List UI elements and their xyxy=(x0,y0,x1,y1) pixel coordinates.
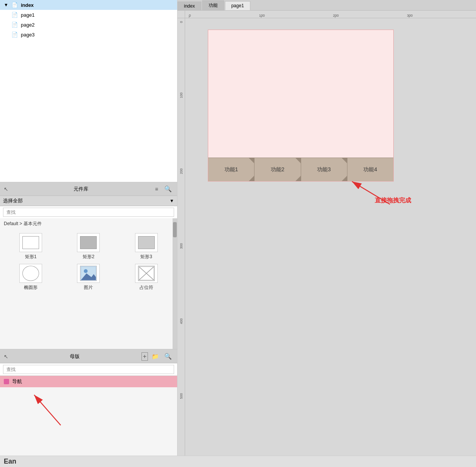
page-tab-4-label: 功能4 xyxy=(363,166,377,173)
component-library: ↖ 元件库 ≡ 🔍 选择全部 ▼ Default > 基本元件 xyxy=(0,182,177,349)
ruler-tick-200: 200 xyxy=(333,14,339,17)
scrollbar-track[interactable] xyxy=(173,218,177,349)
tab1-tri-bottom xyxy=(249,176,254,181)
page-tab-3-label: 功能3 xyxy=(317,166,331,173)
image-label: 图片 xyxy=(84,284,93,291)
canvas-with-ruler: 0 100 200 300 400 500 xyxy=(178,18,476,456)
component-grid: 矩形1 矩形2 xyxy=(0,229,177,295)
ruler-corner xyxy=(178,11,185,18)
page-tab-2-label: 功能2 xyxy=(271,166,284,173)
canvas-scroll[interactable]: 功能1 功能2 功能3 xyxy=(185,18,476,456)
component-search-input[interactable] xyxy=(3,208,174,217)
page1-icon: 📄 xyxy=(11,12,18,18)
ruler-line-0 xyxy=(189,15,189,18)
ruler-vertical: 0 100 200 300 400 500 xyxy=(178,18,185,456)
tab2-tri-bottom xyxy=(295,176,301,181)
file-tree: ▼ 📄 index 📄 page1 📄 page2 📄 page3 xyxy=(0,0,177,182)
master-section: ↖ 母版 + 📁 🔍 导航 xyxy=(0,349,177,456)
ellipse-shape xyxy=(22,266,39,281)
file-tree-page3[interactable]: 📄 page3 xyxy=(0,30,177,39)
page2-label: page2 xyxy=(21,22,35,28)
ruler-h-inner: 0 100 200 300 xyxy=(185,11,476,18)
ruler-line-100 xyxy=(261,15,261,18)
tab-index[interactable]: index xyxy=(178,2,201,10)
master-color-icon xyxy=(4,379,9,384)
master-arrow-area xyxy=(0,387,177,456)
component-ellipse[interactable]: 椭圆形 xyxy=(4,264,58,291)
file-tree-root[interactable]: ▼ 📄 index xyxy=(0,0,177,10)
component-rect2[interactable]: 矩形2 xyxy=(61,233,115,260)
master-folder-icon[interactable]: 📁 xyxy=(150,352,160,361)
component-library-header: ↖ 元件库 ≡ 🔍 xyxy=(0,182,177,196)
bottom-text: Ean xyxy=(4,458,16,465)
master-item-label: 导航 xyxy=(12,378,22,385)
page-tab-2[interactable]: 功能2 xyxy=(254,158,301,181)
component-image[interactable]: 图片 xyxy=(61,264,115,291)
master-search-bar xyxy=(0,363,177,376)
ellipse-preview xyxy=(19,264,42,283)
main-area: ▼ 📄 index 📄 page1 📄 page2 📄 page3 xyxy=(0,0,476,456)
tab2-tri-top xyxy=(295,158,301,163)
page2-icon: 📄 xyxy=(11,22,18,28)
master-search-input[interactable] xyxy=(3,365,174,374)
search-icon[interactable]: 🔍 xyxy=(163,185,173,193)
rect1-label: 矩形1 xyxy=(25,254,37,260)
master-cursor-icon: ↖ xyxy=(4,353,8,360)
dropdown-arrow[interactable]: ▼ xyxy=(170,198,174,204)
tab1-tri-top xyxy=(249,158,254,163)
master-header-actions: + 📁 🔍 xyxy=(141,352,173,361)
tab-bar: index 功能 page1 xyxy=(178,0,476,11)
tab-page1[interactable]: page1 xyxy=(225,1,250,10)
canvas-area: index 功能 page1 0 100 200 300 xyxy=(178,0,476,456)
image-preview xyxy=(77,264,100,283)
ellipse-label: 椭圆形 xyxy=(24,284,38,291)
master-title: 母版 xyxy=(8,353,141,360)
dropdown-bar: 选择全部 ▼ xyxy=(0,196,177,206)
ruler-line-200 xyxy=(335,15,335,18)
menu-icon[interactable]: ≡ xyxy=(154,185,160,193)
tab-function[interactable]: 功能 xyxy=(202,0,224,10)
ruler-v-100: 100 xyxy=(179,92,183,98)
ruler-tick-300: 300 xyxy=(407,14,413,17)
page-tab-1-label: 功能1 xyxy=(225,166,238,173)
rect3-shape xyxy=(138,236,155,249)
ruler-v-0: 0 xyxy=(179,21,183,23)
file-tree-page1[interactable]: 📄 page1 xyxy=(0,10,177,20)
file-tree-page2[interactable]: 📄 page2 xyxy=(0,20,177,30)
ruler-v-300: 300 xyxy=(179,243,183,249)
master-header: ↖ 母版 + 📁 🔍 xyxy=(0,350,177,363)
dropdown-label: 选择全部 xyxy=(3,197,23,204)
master-add-icon[interactable]: + xyxy=(141,352,148,361)
page1-label: page1 xyxy=(21,12,35,18)
component-placeholder[interactable]: 占位符 xyxy=(119,264,173,291)
header-icons: ≡ 🔍 xyxy=(154,185,173,193)
component-library-title: 元件库 xyxy=(8,186,154,192)
page-bg xyxy=(208,30,393,158)
tab3-tri-top xyxy=(342,158,347,163)
component-rect3[interactable]: 矩形3 xyxy=(119,233,173,260)
search-bar xyxy=(0,206,177,218)
root-label: index xyxy=(21,2,34,8)
master-item-navigation[interactable]: 导航 xyxy=(0,376,177,387)
ruler-v-500: 500 xyxy=(179,393,183,399)
ruler-line-300 xyxy=(409,15,409,18)
master-search-icon[interactable]: 🔍 xyxy=(163,352,173,361)
image-icon xyxy=(81,267,96,280)
file-icon: 📄 xyxy=(11,2,18,8)
page-tab-1[interactable]: 功能1 xyxy=(208,158,254,181)
placeholder-preview xyxy=(135,264,158,283)
image-shape xyxy=(80,266,97,281)
ruler-v-400: 400 xyxy=(179,318,183,324)
rect2-shape xyxy=(80,236,97,249)
app-container: ▼ 📄 index 📄 page1 📄 page2 📄 page3 xyxy=(0,0,476,467)
ruler-tick-100: 100 xyxy=(259,14,265,17)
rect1-preview xyxy=(19,233,42,252)
category-label: Default > 基本元件 xyxy=(0,218,177,229)
ruler-row: 0 100 200 300 xyxy=(178,11,476,18)
svg-line-7 xyxy=(34,395,61,425)
component-rect1[interactable]: 矩形1 xyxy=(4,233,58,260)
page-canvas[interactable]: 功能1 功能2 功能3 xyxy=(208,30,394,181)
scrollbar-thumb[interactable] xyxy=(173,222,177,237)
ruler-horizontal: 0 100 200 300 xyxy=(185,11,476,18)
collapse-icon: ▼ xyxy=(4,2,8,8)
